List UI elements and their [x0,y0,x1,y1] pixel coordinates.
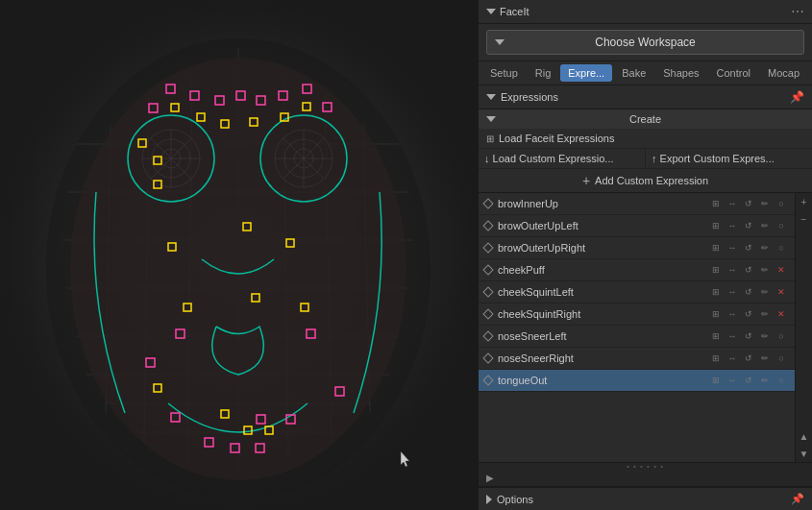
expr-edit-icon[interactable]: ✏ [757,218,773,233]
expr-grid-icon[interactable]: ⊞ [708,373,724,388]
expr-item-cheekSquintRight[interactable]: cheekSquintRight ⊞ ↔ ↺ ✏ ✕ [479,304,795,326]
expr-delete-icon[interactable]: ✕ [774,284,789,300]
expr-undo-icon[interactable]: ↺ [741,218,756,233]
expr-grid-icon[interactable]: ⊞ [708,240,724,255]
expr-name: noseSneerLeft [498,330,706,342]
expr-arrows-icon[interactable]: ↔ [725,196,740,211]
options-left: Options [486,494,533,505]
expr-arrows-icon[interactable]: ↔ [725,284,740,300]
expr-item-noseSneerLeft[interactable]: noseSneerLeft ⊞ ↔ ↺ ✏ ○ [479,326,795,348]
scroll-down2-btn[interactable]: ▼ [796,445,813,462]
expr-arrows-icon[interactable]: ↔ [725,373,740,388]
options-pin-icon[interactable]: 📌 [791,493,804,505]
tab-setup[interactable]: Setup [482,64,526,82]
expr-grid-icon[interactable]: ⊞ [708,196,724,211]
expr-grid-icon[interactable]: ⊞ [708,351,724,366]
expr-grid-icon[interactable]: ⊞ [708,262,724,278]
expr-edit-icon[interactable]: ✏ [757,240,773,255]
expr-item-browOuterUpLeft[interactable]: browOuterUpLeft ⊞ ↔ ↺ ✏ ○ [479,215,795,237]
expr-edit-icon[interactable]: ✏ [757,284,773,300]
expr-diamond-icon [482,286,493,297]
faceit-collapse-icon[interactable] [486,9,496,14]
expr-grid-icon[interactable]: ⊞ [708,218,724,233]
expr-undo-icon[interactable]: ↺ [741,306,756,322]
expr-diamond-icon [482,352,493,363]
create-header[interactable]: Create [479,109,812,129]
options-label: Options [497,494,533,505]
expr-item-tongueOut[interactable]: tongueOut ⊞ ↔ ↺ ✏ ○ [479,370,795,392]
scroll-up2-btn[interactable]: ▲ [796,427,813,445]
list-drag-handle[interactable]: • • • • • • [479,462,812,470]
faceit-options-icon[interactable]: ⋯ [791,4,804,19]
expr-name: cheekSquintLeft [498,286,706,298]
scroll-down-btn[interactable]: − [796,210,813,228]
expr-eye-icon[interactable]: ○ [774,218,789,233]
expr-delete-icon[interactable]: ✕ [774,306,789,322]
right-panel: FaceIt ⋯ Choose Workspace Setup Rig Expr… [478,0,812,510]
tab-control[interactable]: Control [709,64,758,82]
expressions-pin-icon[interactable]: 📌 [790,90,804,104]
expr-arrows-icon[interactable]: ↔ [725,351,740,366]
expr-undo-icon[interactable]: ↺ [741,284,756,300]
expr-arrows-icon[interactable]: ↔ [725,240,740,255]
tab-bake[interactable]: Bake [614,64,653,82]
expr-item-cheekPuff[interactable]: cheekPuff ⊞ ↔ ↺ ✏ ✕ [479,259,795,281]
expr-undo-icon[interactable]: ↺ [741,373,756,388]
expr-edit-icon[interactable]: ✏ [757,351,773,366]
expression-list-container: browInnerUp ⊞ ↔ ↺ ✏ ○ browOuterUpLeft ⊞ [479,193,812,462]
tab-mocap[interactable]: Mocap [760,64,807,82]
expr-eye-icon[interactable]: ○ [774,328,789,344]
expr-actions: ⊞ ↔ ↺ ✏ ○ [708,240,789,255]
expr-eye-icon[interactable]: ○ [774,240,789,255]
expr-item-browInnerUp[interactable]: browInnerUp ⊞ ↔ ↺ ✏ ○ [479,193,795,215]
playback-row: ▶ [479,470,812,487]
expr-name: noseSneerRight [498,352,706,364]
expr-undo-icon[interactable]: ↺ [741,262,756,278]
expr-eye-icon[interactable]: ○ [774,373,789,388]
expr-arrows-icon[interactable]: ↔ [725,328,740,344]
face-mesh-overlay [0,0,478,510]
tab-shapes[interactable]: Shapes [655,64,706,82]
expr-delete-icon[interactable]: ✕ [774,262,789,278]
expr-eye-icon[interactable]: ○ [774,351,789,366]
tab-rig[interactable]: Rig [528,64,559,82]
expr-arrows-icon[interactable]: ↔ [725,218,740,233]
export-custom-label: ↑ Export Custom Expres... [652,153,775,164]
expr-edit-icon[interactable]: ✏ [757,196,773,211]
workspace-dropdown[interactable]: Choose Workspace [486,30,804,55]
tab-expre[interactable]: Expre... [560,64,612,82]
expr-name: browInnerUp [498,198,706,209]
expr-item-browOuterUpRight[interactable]: browOuterUpRight ⊞ ↔ ↺ ✏ ○ [479,237,795,259]
expr-edit-icon[interactable]: ✏ [757,373,773,388]
expr-arrows-icon[interactable]: ↔ [725,306,740,322]
faceit-title: FaceIt [500,6,529,17]
load-custom-btn[interactable]: ↓ Load Custom Expressio... [479,149,646,168]
expr-undo-icon[interactable]: ↺ [741,196,756,211]
expr-edit-icon[interactable]: ✏ [757,328,773,344]
expr-edit-icon[interactable]: ✏ [757,306,773,322]
expr-grid-icon[interactable]: ⊞ [708,306,724,322]
expr-undo-icon[interactable]: ↺ [741,351,756,366]
options-expand-icon[interactable] [486,495,492,504]
expr-grid-icon[interactable]: ⊞ [708,284,724,300]
viewport[interactable] [0,0,478,510]
create-label: Create [629,113,661,125]
play-icon[interactable]: ▶ [486,473,494,483]
expr-undo-icon[interactable]: ↺ [741,328,756,344]
expr-arrows-icon[interactable]: ↔ [725,262,740,278]
load-faceit-btn[interactable]: ⊞ Load Faceit Expressions [479,129,812,149]
expr-grid-icon[interactable]: ⊞ [708,328,724,344]
expr-item-cheekSquintLeft[interactable]: cheekSquintLeft ⊞ ↔ ↺ ✏ ✕ [479,281,795,304]
expr-actions: ⊞ ↔ ↺ ✏ ✕ [708,262,789,278]
add-custom-btn[interactable]: + Add Custom Expression [479,169,812,192]
scroll-up-btn[interactable]: + [796,193,813,210]
expr-name: browOuterUpRight [498,242,706,254]
expressions-collapse-icon[interactable] [486,94,496,100]
expr-name: cheekPuff [498,264,706,276]
export-custom-btn[interactable]: ↑ Export Custom Expres... [646,149,812,168]
expr-undo-icon[interactable]: ↺ [741,240,756,255]
expr-item-noseSneerRight[interactable]: noseSneerRight ⊞ ↔ ↺ ✏ ○ [479,348,795,370]
load-export-row: ↓ Load Custom Expressio... ↑ Export Cust… [479,149,812,169]
expr-edit-icon[interactable]: ✏ [757,262,773,278]
expr-eye-icon[interactable]: ○ [774,196,789,211]
